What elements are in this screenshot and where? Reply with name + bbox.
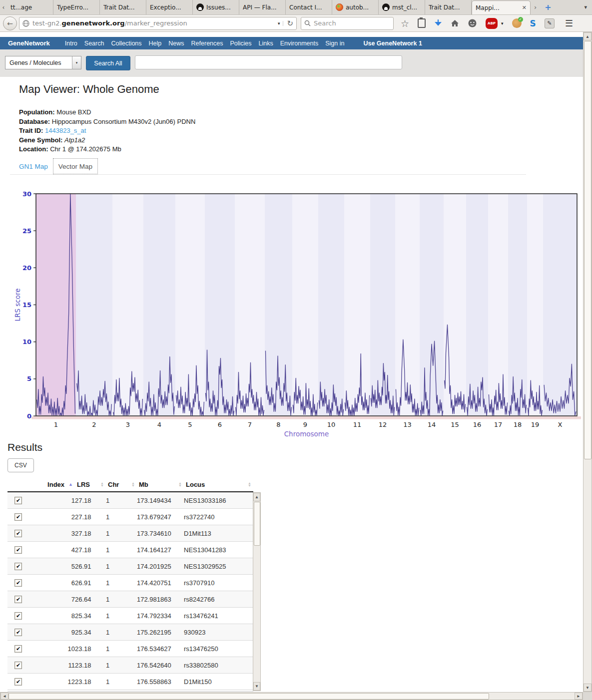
scroll-down-icon[interactable]: ▼ [584, 684, 592, 692]
download-icon[interactable] [434, 19, 442, 27]
row-checkbox[interactable]: ✔ [14, 563, 22, 570]
browser-tab[interactable]: Trait Dat... [425, 0, 472, 14]
browser-tab[interactable]: tt...age [7, 0, 53, 14]
clipboard-icon[interactable] [418, 18, 426, 28]
row-checkbox[interactable]: ✔ [14, 497, 22, 504]
svg-text:14: 14 [428, 421, 436, 428]
nav-item-environments[interactable]: Environments [280, 40, 318, 47]
tab-title: Trait Dat... [103, 4, 142, 11]
tab-scroll-right-icon[interactable]: › [531, 0, 540, 14]
chat-smiley-icon[interactable] [468, 18, 477, 28]
url-bar[interactable]: test-gn2.genenetwork.org/marker_regressi… [19, 17, 297, 30]
row-checkbox[interactable]: ✔ [14, 596, 22, 603]
csv-button[interactable]: CSV [7, 458, 34, 472]
results-heading: Results [7, 441, 42, 453]
trait-id-link[interactable]: 1443823_s_at [45, 127, 86, 134]
new-tab-button[interactable]: + [540, 0, 556, 14]
row-checkbox[interactable]: ✔ [14, 629, 22, 636]
home-icon[interactable] [451, 19, 459, 27]
tab-title: TypeErro... [57, 4, 96, 11]
page-vscrollbar-thumb[interactable] [584, 41, 592, 459]
back-button[interactable]: ← [3, 16, 17, 30]
search-all-button[interactable]: Search All [86, 56, 130, 70]
browser-tab[interactable]: API — Fla... [239, 0, 286, 14]
browser-tab[interactable]: TypeErro... [53, 0, 100, 14]
header-mb[interactable]: Mb▲▼ [137, 477, 184, 492]
browser-tab[interactable]: Contact I... [286, 0, 332, 14]
nav-item-news[interactable]: News [168, 40, 184, 47]
list-all-tabs-icon[interactable]: ▾ [579, 0, 592, 14]
page-scrollbar-vertical[interactable]: ▲ ▼ [583, 32, 592, 692]
nav-item-help[interactable]: Help [149, 40, 162, 47]
table-scrollbar-thumb[interactable] [254, 502, 260, 546]
bookmark-star-icon[interactable]: ☆ [401, 18, 409, 29]
menu-icon[interactable]: ☰ [565, 18, 573, 28]
tab-close-icon[interactable]: ✕ [520, 4, 527, 11]
sort-icon: ▲▼ [100, 482, 104, 487]
table-header-row: Index▲ LRS▲▼ Chr▲▼ Mb▲▼ Locus▲▼ [7, 477, 253, 492]
cookie-extension-icon[interactable] [512, 18, 522, 28]
cell-lrs: 23.18 [75, 674, 106, 690]
nav-item-search[interactable]: Search [84, 40, 104, 47]
row-checkbox[interactable]: ✔ [14, 579, 22, 587]
nav-item-links[interactable]: Links [259, 40, 273, 47]
tab-scroll-left-icon[interactable]: ‹ [0, 0, 7, 14]
row-checkbox[interactable]: ✔ [14, 546, 22, 554]
select-dropdown-icon[interactable]: ▾ [72, 56, 81, 69]
page-hscrollbar-thumb[interactable] [8, 693, 489, 700]
adblock-plus-icon[interactable]: ABP [486, 18, 498, 29]
cell-mb: 174.792334 [137, 608, 184, 624]
browser-tab[interactable]: autob... [332, 0, 379, 14]
site-search-input[interactable] [135, 55, 402, 69]
nav-item-collections[interactable]: Collections [111, 40, 141, 47]
browser-tab-active[interactable]: Mappi...✕ [472, 0, 531, 14]
cell-mb: 176.534627 [137, 641, 184, 657]
search-category-select[interactable]: Genes / Molecules ▾ [5, 56, 81, 69]
nav-use-genenetwork1[interactable]: Use GeneNetwork 1 [363, 40, 422, 47]
header-index[interactable]: Index▲ [30, 477, 75, 492]
reload-icon[interactable]: ↻ [283, 19, 293, 28]
tab-gn1-map[interactable]: GN1 Map [19, 163, 48, 170]
scroll-down-icon[interactable]: ▼ [253, 682, 260, 691]
browser-tab[interactable]: mst_cl... [379, 0, 425, 14]
cell-lrs: 23.18 [75, 657, 106, 674]
skype-icon[interactable]: S [530, 18, 536, 28]
scroll-up-icon[interactable]: ▲ [253, 493, 260, 501]
page-title: Map Viewer: Whole Genome [19, 83, 159, 96]
adblock-caret-icon[interactable]: ▾ [501, 21, 504, 26]
scroll-right-icon[interactable]: ► [575, 693, 583, 700]
genome-plot-svg: 12345678910111213141516171819X0510152025… [14, 191, 581, 437]
row-checkbox[interactable]: ✔ [14, 513, 22, 521]
nav-item-references[interactable]: References [191, 40, 223, 47]
row-checkbox[interactable]: ✔ [14, 645, 22, 653]
scroll-left-icon[interactable]: ◄ [0, 693, 8, 700]
header-lrs[interactable]: LRS▲▼ [75, 477, 106, 492]
browser-search-input[interactable]: Search [301, 17, 394, 30]
browser-tab[interactable]: Issues... [193, 0, 239, 14]
cell-chr: 1 [106, 525, 137, 542]
svg-text:0: 0 [27, 412, 31, 420]
page-scrollbar-horizontal[interactable]: ◄ ► [0, 692, 583, 700]
nav-item-policies[interactable]: Policies [230, 40, 252, 47]
browser-tab[interactable]: Exceptio... [146, 0, 193, 14]
url-dropdown-icon[interactable]: ▾ [275, 21, 284, 26]
edit-extension-icon[interactable]: ✎ [545, 18, 555, 28]
cell-locus: D1Mit150 [184, 674, 253, 690]
tab-title: mst_cl... [392, 4, 421, 11]
row-checkbox[interactable]: ✔ [14, 530, 22, 537]
tab-vector-map[interactable]: Vector Map [53, 158, 98, 174]
genenetwork-brand[interactable]: GeneNetwork [8, 39, 50, 47]
header-locus[interactable]: Locus▲▼ [184, 477, 253, 492]
row-checkbox[interactable]: ✔ [14, 678, 22, 686]
nav-item-intro[interactable]: Intro [65, 40, 77, 47]
table-row: ✔1223.181176.558863D1Mit150 [7, 674, 253, 690]
row-checkbox[interactable]: ✔ [14, 612, 22, 620]
row-checkbox[interactable]: ✔ [14, 662, 22, 669]
table-scrollbar[interactable]: ▲ ▼ [253, 492, 261, 691]
browser-tab[interactable]: Trait Dat... [100, 0, 146, 14]
nav-item-sign-in[interactable]: Sign in [325, 40, 344, 47]
cell-chr: 1 [106, 492, 137, 509]
header-chr[interactable]: Chr▲▼ [106, 477, 137, 492]
cell-mb: 176.542640 [137, 657, 184, 674]
scroll-up-icon[interactable]: ▲ [584, 32, 592, 40]
